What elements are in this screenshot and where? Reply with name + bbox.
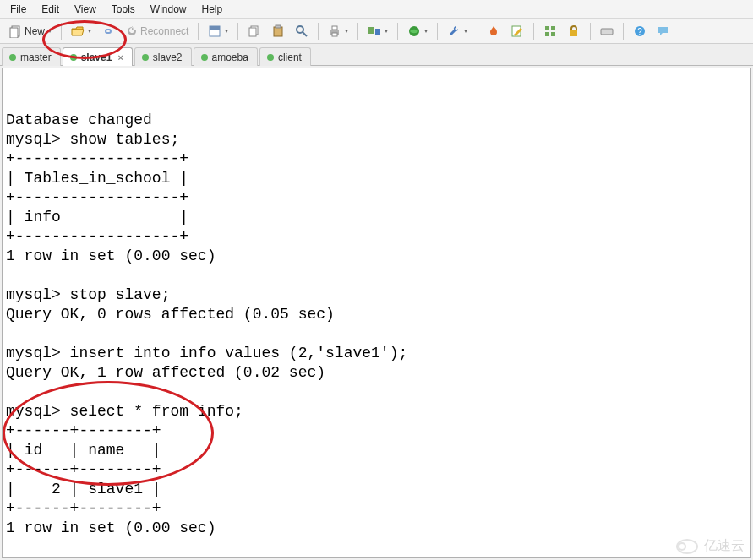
properties-icon [208, 24, 221, 38]
terminal-line: +------------------+ [6, 228, 188, 245]
svg-rect-17 [545, 26, 549, 30]
svg-rect-20 [551, 32, 555, 36]
menu-file[interactable]: File [3, 2, 33, 17]
reconnect-icon [125, 24, 139, 38]
toolbar-separator [318, 23, 319, 40]
flame-icon [487, 24, 500, 38]
svg-rect-6 [274, 27, 282, 36]
folder-open-icon [71, 24, 85, 38]
terminal-line: | id | name | [6, 442, 161, 459]
tab-slave2[interactable]: slave2 [134, 47, 192, 66]
svg-text:?: ? [638, 27, 643, 36]
tab-client[interactable]: client [259, 47, 311, 66]
help-button[interactable]: ? [629, 22, 651, 41]
terminal-line: 1 row in set (0.00 sec) [6, 247, 216, 264]
status-dot-icon [267, 54, 274, 61]
menu-tools[interactable]: Tools [105, 2, 142, 17]
close-icon[interactable]: × [117, 52, 123, 63]
transfer-icon [368, 24, 381, 38]
paste-icon [271, 24, 285, 38]
search-icon [295, 24, 308, 38]
terminal-line: mysql> insert into info values (2,'slave… [6, 345, 407, 362]
menu-view[interactable]: View [68, 2, 103, 17]
toolbar-separator [533, 23, 534, 40]
chat-button[interactable] [652, 22, 674, 41]
svg-rect-22 [601, 29, 613, 35]
terminal-line: Query OK, 1 row affected (0.02 sec) [6, 364, 325, 381]
toolbar: New ▾ ▾ Reconnect ▾ ▾ ▾ ▾ ▾ [0, 19, 753, 44]
keyboard-button[interactable] [596, 22, 618, 41]
svg-point-8 [297, 26, 303, 33]
terminal-line: mysql> show tables; [6, 131, 179, 148]
chevron-down-icon: ▾ [345, 27, 348, 35]
link-icon [101, 24, 115, 38]
tile-icon [543, 24, 557, 38]
lock-icon [567, 24, 581, 38]
svg-rect-14 [375, 29, 380, 35]
terminal-line: 1 row in set (0.00 sec) [6, 519, 216, 536]
terminal-line: | Tables_in_school | [6, 170, 188, 187]
terminal-line: mysql> select * from info; [6, 403, 243, 420]
globe-icon [407, 24, 421, 38]
tab-slave1[interactable]: slave1 × [63, 47, 133, 66]
svg-rect-3 [210, 26, 220, 30]
print-button[interactable]: ▾ [324, 22, 352, 41]
watermark-text: 亿速云 [704, 537, 745, 555]
toolbar-separator [237, 23, 238, 40]
svg-rect-18 [551, 26, 555, 30]
terminal-line: | info | [6, 209, 188, 226]
transfer-button[interactable]: ▾ [363, 22, 392, 41]
menu-window[interactable]: Window [144, 2, 194, 17]
menu-edit[interactable]: Edit [35, 2, 66, 17]
tools-button[interactable]: ▾ [443, 22, 472, 41]
tab-label: amoeba [212, 52, 248, 63]
status-dot-icon [142, 54, 149, 61]
reconnect-button[interactable]: Reconnect [121, 22, 193, 41]
find-button[interactable] [291, 22, 313, 41]
properties-button[interactable]: ▾ [204, 22, 232, 41]
keyboard-icon [600, 24, 614, 38]
wrench-icon [447, 24, 461, 38]
chevron-down-icon: ▾ [424, 27, 428, 35]
tab-amoeba[interactable]: amoeba [194, 47, 258, 66]
printer-icon [328, 24, 341, 38]
lock-button[interactable] [563, 22, 585, 41]
svg-rect-7 [276, 25, 281, 28]
compose-button[interactable] [506, 22, 528, 41]
terminal-line: +------------------+ [6, 189, 188, 206]
new-label: New [25, 25, 45, 37]
toolbar-separator [397, 23, 398, 40]
terminal-line: Query OK, 0 rows affected (0.05 sec) [6, 306, 335, 323]
new-button[interactable]: New ▾ [5, 22, 56, 41]
link-button[interactable] [97, 22, 119, 41]
chevron-down-icon: ▾ [88, 27, 91, 35]
svg-point-26 [679, 543, 685, 550]
terminal-line: +------+--------+ [6, 461, 161, 478]
chat-icon [657, 24, 670, 38]
status-dot-icon [201, 54, 208, 61]
chevron-down-icon: ▾ [225, 27, 228, 35]
terminal-line: +------+--------+ [6, 500, 161, 517]
toolbar-separator [61, 23, 62, 40]
toolbar-separator [623, 23, 624, 40]
new-icon [9, 24, 23, 38]
compose-icon [510, 24, 524, 38]
terminal-line: Database changed [6, 111, 152, 128]
copy-button[interactable] [243, 22, 265, 41]
terminal-output[interactable]: Database changed mysql> show tables; +--… [2, 68, 751, 558]
status-dot-icon [9, 54, 16, 61]
open-button[interactable]: ▾ [67, 22, 95, 41]
script-button[interactable] [483, 22, 505, 41]
copy-icon [248, 24, 261, 38]
svg-point-25 [677, 540, 697, 553]
paste-button[interactable] [267, 22, 289, 41]
tab-master[interactable]: master [2, 47, 61, 66]
session-tabbar: master slave1 × slave2 amoeba client [0, 44, 753, 66]
globe-button[interactable]: ▾ [403, 22, 432, 41]
menu-help[interactable]: Help [195, 2, 230, 17]
tab-label: slave2 [153, 52, 183, 63]
svg-rect-1 [10, 28, 18, 38]
toolbar-separator [198, 23, 199, 40]
tile-button[interactable] [539, 22, 561, 41]
chevron-down-icon: ▾ [48, 27, 52, 35]
